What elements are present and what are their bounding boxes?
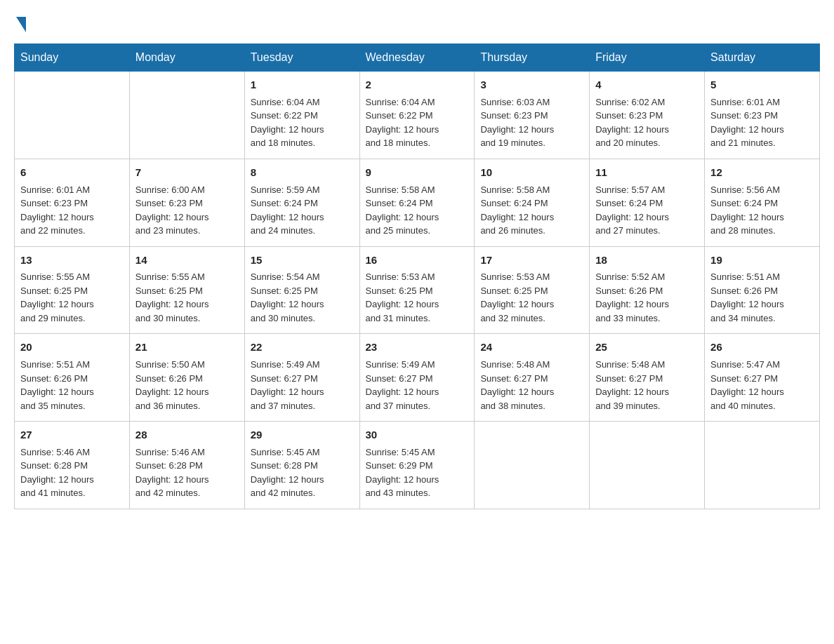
weekday-header-wednesday: Wednesday — [359, 44, 475, 72]
day-info: Sunrise: 5:54 AMSunset: 6:25 PMDaylight:… — [251, 270, 354, 325]
calendar-cell: 28Sunrise: 5:46 AMSunset: 6:28 PMDayligh… — [129, 422, 244, 509]
logo — [14, 14, 26, 29]
calendar-cell: 4Sunrise: 6:02 AMSunset: 6:23 PMDaylight… — [590, 72, 705, 159]
calendar-cell: 7Sunrise: 6:00 AMSunset: 6:23 PMDaylight… — [129, 159, 244, 246]
calendar-cell: 6Sunrise: 6:01 AMSunset: 6:23 PMDaylight… — [15, 159, 130, 246]
day-number: 29 — [251, 427, 354, 443]
day-info: Sunrise: 5:48 AMSunset: 6:27 PMDaylight:… — [595, 358, 699, 412]
calendar-cell: 22Sunrise: 5:49 AMSunset: 6:27 PMDayligh… — [244, 334, 359, 422]
calendar-week-3: 13Sunrise: 5:55 AMSunset: 6:25 PMDayligh… — [15, 246, 820, 334]
calendar-table: SundayMondayTuesdayWednesdayThursdayFrid… — [14, 43, 820, 509]
day-number: 6 — [20, 165, 124, 180]
logo-triangle-icon — [16, 17, 26, 32]
calendar-cell: 1Sunrise: 6:04 AMSunset: 6:22 PMDaylight… — [244, 72, 359, 159]
day-number: 24 — [480, 340, 583, 355]
calendar-cell: 18Sunrise: 5:52 AMSunset: 6:26 PMDayligh… — [590, 246, 705, 334]
day-info: Sunrise: 5:51 AMSunset: 6:26 PMDaylight:… — [20, 358, 124, 412]
day-number: 5 — [710, 77, 814, 93]
calendar-week-1: 1Sunrise: 6:04 AMSunset: 6:22 PMDaylight… — [15, 72, 820, 159]
calendar-cell: 24Sunrise: 5:48 AMSunset: 6:27 PMDayligh… — [475, 334, 590, 422]
calendar-cell: 19Sunrise: 5:51 AMSunset: 6:26 PMDayligh… — [705, 246, 820, 334]
calendar-cell: 11Sunrise: 5:57 AMSunset: 6:24 PMDayligh… — [590, 159, 705, 246]
weekday-header-friday: Friday — [590, 44, 705, 72]
day-number: 22 — [251, 340, 354, 355]
day-info: Sunrise: 5:56 AMSunset: 6:24 PMDaylight:… — [710, 183, 814, 238]
calendar-cell: 3Sunrise: 6:03 AMSunset: 6:23 PMDaylight… — [475, 72, 590, 159]
day-info: Sunrise: 5:59 AMSunset: 6:24 PMDaylight:… — [251, 183, 354, 238]
day-info: Sunrise: 5:46 AMSunset: 6:28 PMDaylight:… — [20, 445, 124, 500]
day-info: Sunrise: 5:48 AMSunset: 6:27 PMDaylight:… — [480, 358, 583, 412]
day-number: 14 — [135, 253, 239, 268]
day-number: 1 — [251, 77, 354, 93]
calendar-cell: 29Sunrise: 5:45 AMSunset: 6:28 PMDayligh… — [244, 422, 359, 509]
day-number: 7 — [135, 165, 239, 180]
day-number: 20 — [20, 340, 124, 355]
calendar-cell: 15Sunrise: 5:54 AMSunset: 6:25 PMDayligh… — [244, 246, 359, 334]
day-number: 25 — [595, 340, 699, 355]
day-info: Sunrise: 5:47 AMSunset: 6:27 PMDaylight:… — [710, 358, 814, 412]
day-number: 19 — [710, 253, 814, 268]
day-info: Sunrise: 6:01 AMSunset: 6:23 PMDaylight:… — [710, 95, 814, 150]
calendar-header-row: SundayMondayTuesdayWednesdayThursdayFrid… — [15, 44, 820, 72]
day-info: Sunrise: 5:50 AMSunset: 6:26 PMDaylight:… — [135, 358, 239, 412]
day-info: Sunrise: 5:55 AMSunset: 6:25 PMDaylight:… — [20, 270, 124, 325]
calendar-cell — [475, 422, 590, 509]
calendar-cell: 2Sunrise: 6:04 AMSunset: 6:22 PMDaylight… — [359, 72, 475, 159]
calendar-week-4: 20Sunrise: 5:51 AMSunset: 6:26 PMDayligh… — [15, 334, 820, 422]
day-info: Sunrise: 6:01 AMSunset: 6:23 PMDaylight:… — [20, 183, 124, 238]
day-number: 9 — [366, 165, 469, 180]
day-number: 10 — [480, 165, 583, 180]
day-number: 18 — [595, 253, 699, 268]
calendar-cell: 8Sunrise: 5:59 AMSunset: 6:24 PMDaylight… — [244, 159, 359, 246]
day-info: Sunrise: 5:58 AMSunset: 6:24 PMDaylight:… — [480, 183, 583, 238]
day-info: Sunrise: 5:45 AMSunset: 6:29 PMDaylight:… — [366, 445, 469, 500]
calendar-cell: 20Sunrise: 5:51 AMSunset: 6:26 PMDayligh… — [15, 334, 130, 422]
day-number: 30 — [366, 427, 469, 443]
calendar-week-5: 27Sunrise: 5:46 AMSunset: 6:28 PMDayligh… — [15, 422, 820, 509]
calendar-cell: 25Sunrise: 5:48 AMSunset: 6:27 PMDayligh… — [590, 334, 705, 422]
day-info: Sunrise: 5:49 AMSunset: 6:27 PMDaylight:… — [366, 358, 469, 412]
calendar-cell: 12Sunrise: 5:56 AMSunset: 6:24 PMDayligh… — [705, 159, 820, 246]
calendar-cell: 13Sunrise: 5:55 AMSunset: 6:25 PMDayligh… — [15, 246, 130, 334]
day-number: 4 — [595, 77, 699, 93]
day-info: Sunrise: 5:46 AMSunset: 6:28 PMDaylight:… — [135, 445, 239, 500]
calendar-cell — [15, 72, 130, 159]
calendar-cell: 17Sunrise: 5:53 AMSunset: 6:25 PMDayligh… — [475, 246, 590, 334]
weekday-header-sunday: Sunday — [15, 44, 130, 72]
calendar-cell: 30Sunrise: 5:45 AMSunset: 6:29 PMDayligh… — [359, 422, 475, 509]
day-info: Sunrise: 6:02 AMSunset: 6:23 PMDaylight:… — [595, 95, 699, 150]
calendar-cell: 9Sunrise: 5:58 AMSunset: 6:24 PMDaylight… — [359, 159, 475, 246]
day-info: Sunrise: 5:51 AMSunset: 6:26 PMDaylight:… — [710, 270, 814, 325]
day-number: 23 — [366, 340, 469, 355]
calendar-cell: 27Sunrise: 5:46 AMSunset: 6:28 PMDayligh… — [15, 422, 130, 509]
day-number: 16 — [366, 253, 469, 268]
calendar-cell: 16Sunrise: 5:53 AMSunset: 6:25 PMDayligh… — [359, 246, 475, 334]
day-info: Sunrise: 6:04 AMSunset: 6:22 PMDaylight:… — [251, 95, 354, 150]
weekday-header-tuesday: Tuesday — [244, 44, 359, 72]
calendar-cell — [705, 422, 820, 509]
day-number: 8 — [251, 165, 354, 180]
calendar-cell: 5Sunrise: 6:01 AMSunset: 6:23 PMDaylight… — [705, 72, 820, 159]
calendar-cell: 21Sunrise: 5:50 AMSunset: 6:26 PMDayligh… — [129, 334, 244, 422]
day-info: Sunrise: 6:00 AMSunset: 6:23 PMDaylight:… — [135, 183, 239, 238]
day-number: 3 — [480, 77, 583, 93]
day-number: 11 — [595, 165, 699, 180]
calendar-cell: 23Sunrise: 5:49 AMSunset: 6:27 PMDayligh… — [359, 334, 475, 422]
calendar-cell: 14Sunrise: 5:55 AMSunset: 6:25 PMDayligh… — [129, 246, 244, 334]
day-info: Sunrise: 5:52 AMSunset: 6:26 PMDaylight:… — [595, 270, 699, 325]
day-number: 21 — [135, 340, 239, 355]
day-info: Sunrise: 5:57 AMSunset: 6:24 PMDaylight:… — [595, 183, 699, 238]
calendar-cell — [590, 422, 705, 509]
day-number: 2 — [366, 77, 469, 93]
day-number: 12 — [710, 165, 814, 180]
calendar-cell: 26Sunrise: 5:47 AMSunset: 6:27 PMDayligh… — [705, 334, 820, 422]
weekday-header-saturday: Saturday — [705, 44, 820, 72]
day-number: 26 — [710, 340, 814, 355]
weekday-header-thursday: Thursday — [475, 44, 590, 72]
weekday-header-monday: Monday — [129, 44, 244, 72]
day-number: 27 — [20, 427, 124, 443]
calendar-cell: 10Sunrise: 5:58 AMSunset: 6:24 PMDayligh… — [475, 159, 590, 246]
day-number: 13 — [20, 253, 124, 268]
calendar-week-2: 6Sunrise: 6:01 AMSunset: 6:23 PMDaylight… — [15, 159, 820, 246]
day-info: Sunrise: 6:03 AMSunset: 6:23 PMDaylight:… — [480, 95, 583, 150]
